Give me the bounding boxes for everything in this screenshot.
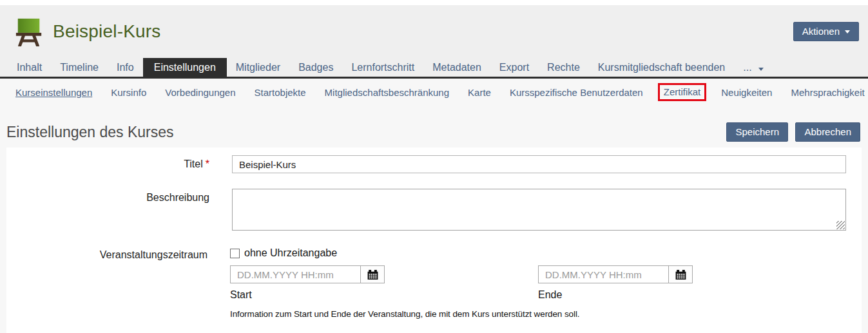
tab-timeline[interactable]: Timeline (51, 58, 108, 77)
no-time-checkbox-label: ohne Uhrzeitangabe (244, 247, 337, 259)
subtab-zertifikat[interactable]: Zertifikat (664, 86, 701, 97)
description-label: Beschreibung (6, 189, 232, 231)
end-date-input[interactable] (538, 265, 668, 283)
subtab-bar: Kurseinstellungen Kursinfo Vorbedingunge… (0, 79, 868, 108)
start-label: Start (230, 289, 538, 301)
start-date-group (230, 265, 385, 283)
course-settings-page: Beispiel-Kurs Aktionen Inhalt Timeline I… (0, 0, 868, 333)
section-heading: Einstellungen des Kurses (6, 124, 174, 141)
tab-inhalt[interactable]: Inhalt (8, 58, 51, 77)
description-row: Beschreibung (6, 189, 862, 231)
subtab-mehrsprachigkeit[interactable]: Mehrsprachigkeit (791, 87, 864, 98)
subtab-mitgliedschaftsbeschraenkung[interactable]: Mitgliedschaftsbeschränkung (325, 87, 449, 98)
title-label: Titel* (6, 155, 232, 173)
title-label-text: Titel (184, 158, 203, 169)
description-textarea-wrap (232, 189, 846, 231)
event-period-row: Veranstaltungszeitraum ohne Uhrzeitangab… (6, 246, 862, 319)
event-period-field-wrap: ohne Uhrzeitangabe (230, 246, 862, 319)
tab-einstellungen[interactable]: Einstellungen (143, 58, 227, 77)
start-calendar-button[interactable] (360, 265, 385, 283)
title-row: Titel* (6, 155, 862, 173)
end-calendar-button[interactable] (668, 265, 693, 283)
tab-bar: Inhalt Timeline Info Einstellungen Mitgl… (0, 58, 868, 79)
resize-handle-icon[interactable] (836, 221, 845, 229)
subtab-kurseinstellungen[interactable]: Kurseinstellungen (15, 87, 92, 98)
settings-form-panel: Titel* Beschreibung Veranstaltungszeitra… (6, 147, 862, 333)
tab-badges[interactable]: Badges (289, 58, 342, 77)
caret-down-icon (758, 68, 764, 71)
event-period-info-text: Information zum Start und Ende der Veran… (230, 309, 846, 319)
caret-down-icon (845, 30, 850, 33)
page-title: Beispiel-Kurs (53, 21, 161, 42)
header: Beispiel-Kurs Aktionen (0, 5, 868, 58)
tab-info[interactable]: Info (108, 58, 143, 77)
zertifikat-highlight-box: Zertifikat (658, 83, 707, 101)
subtab-karte[interactable]: Karte (468, 87, 491, 98)
event-period-label: Veranstaltungszeitraum (6, 246, 230, 319)
form-toolbar: Einstellungen des Kurses Speichern Abbre… (6, 122, 860, 142)
date-columns: Start (230, 265, 846, 301)
subtab-vorbedingungen[interactable]: Vorbedingungen (165, 87, 235, 98)
no-time-checkbox-line: ohne Uhrzeitangabe (230, 247, 846, 259)
aktionen-button[interactable]: Aktionen (793, 22, 859, 41)
start-date-column: Start (230, 265, 538, 301)
end-date-column: Ende (538, 265, 846, 301)
top-strip (0, 0, 868, 5)
tab-kursmitgliedschaft-beenden[interactable]: Kursmitgliedschaft beenden (589, 58, 734, 77)
calendar-icon (367, 269, 379, 281)
tab-export[interactable]: Export (490, 58, 538, 77)
tab-lernfortschritt[interactable]: Lernfortschritt (342, 58, 423, 77)
start-date-input[interactable] (230, 265, 360, 283)
abbrechen-button[interactable]: Abbrechen (795, 122, 860, 142)
tab-more[interactable]: ... (734, 58, 773, 77)
no-time-checkbox[interactable] (230, 249, 240, 258)
tab-rechte[interactable]: Rechte (538, 58, 589, 77)
aktionen-button-label: Aktionen (802, 26, 840, 37)
subtab-kursspezifische-benutzerdaten[interactable]: Kursspezifische Benutzerdaten (510, 87, 643, 98)
speichern-button[interactable]: Speichern (726, 122, 788, 142)
calendar-icon (675, 269, 687, 281)
course-easel-icon (14, 17, 44, 46)
subtab-startobjekte[interactable]: Startobjekte (255, 87, 306, 98)
masthead: Beispiel-Kurs Aktionen Inhalt Timeline I… (0, 5, 868, 79)
title-field-wrap (232, 155, 862, 173)
subtab-kursinfo[interactable]: Kursinfo (111, 87, 146, 98)
title-input[interactable] (232, 155, 846, 173)
tab-mitglieder[interactable]: Mitglieder (227, 58, 289, 77)
description-textarea[interactable] (232, 189, 846, 231)
tab-more-label: ... (743, 62, 751, 73)
description-field-wrap (232, 189, 862, 231)
toolbar-buttons: Speichern Abbrechen (722, 122, 860, 142)
end-label: Ende (538, 289, 846, 301)
tab-metadaten[interactable]: Metadaten (423, 58, 490, 77)
required-marker: * (206, 158, 209, 169)
end-date-group (538, 265, 693, 283)
subtab-neuigkeiten[interactable]: Neuigkeiten (721, 87, 772, 98)
